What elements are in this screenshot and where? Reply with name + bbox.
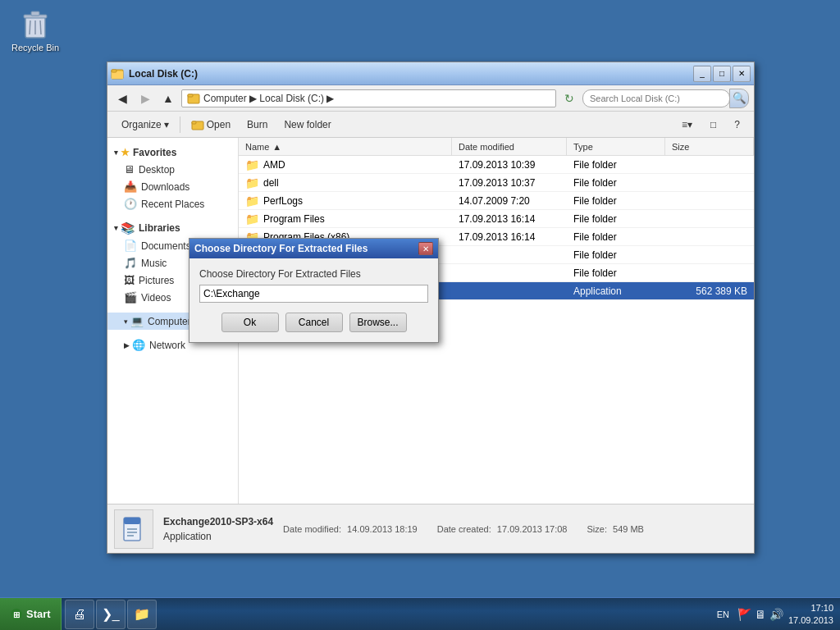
taskbar-time: 17:10 — [788, 602, 833, 614]
dialog-path-input[interactable] — [199, 285, 428, 303]
taskbar-right: EN 🚩 🖥 🔊 17:10 17.09.2013 — [714, 602, 840, 626]
taskbar-network-icon: 🖥 — [755, 608, 766, 621]
taskbar: ⊞ Start 🖨 ❯_ 📁 EN 🚩 🖥 🔊 17:10 17.09.2013 — [0, 597, 840, 630]
taskbar-date: 17.09.2013 — [788, 614, 833, 626]
dialog-body: Choose Directory For Extracted Files Ok … — [189, 258, 438, 342]
dialog-buttons: Ok Cancel Browse... — [199, 313, 428, 332]
dialog-ok-button[interactable]: Ok — [221, 313, 279, 332]
taskbar-quick-launch: 🖨 ❯_ 📁 — [65, 600, 157, 629]
dialog-label: Choose Directory For Extracted Files — [199, 268, 428, 280]
taskbar-language: EN — [714, 608, 733, 621]
taskbar-terminal-icon[interactable]: ❯_ — [96, 600, 126, 629]
taskbar-clock[interactable]: 17:10 17.09.2013 — [788, 602, 833, 626]
svg-text:⊞: ⊞ — [13, 610, 20, 619]
dialog-cancel-button[interactable]: Cancel — [285, 313, 343, 332]
taskbar-system-icons: 🚩 🖥 🔊 — [737, 608, 783, 621]
desktop: Recycle Bin Local Disk (C:) _ □ ✕ ◀ ▶ — [0, 0, 840, 630]
start-button[interactable]: ⊞ Start — [0, 598, 62, 631]
dialog-close-button[interactable]: ✕ — [418, 242, 433, 255]
dialog-browse-button[interactable]: Browse... — [349, 313, 407, 332]
taskbar-printer-icon[interactable]: 🖨 — [65, 600, 94, 629]
extract-dialog: Choose Directory For Extracted Files ✕ C… — [189, 238, 439, 343]
dialog-title-text: Choose Directory For Extracted Files — [194, 243, 418, 254]
dialog-title-bar: Choose Directory For Extracted Files ✕ — [189, 239, 438, 258]
taskbar-flag-icon: 🚩 — [737, 608, 751, 621]
dialog-overlay: Choose Directory For Extracted Files ✕ C… — [0, 0, 840, 630]
taskbar-volume-icon: 🔊 — [769, 608, 783, 621]
taskbar-folder-icon[interactable]: 📁 — [127, 600, 157, 629]
